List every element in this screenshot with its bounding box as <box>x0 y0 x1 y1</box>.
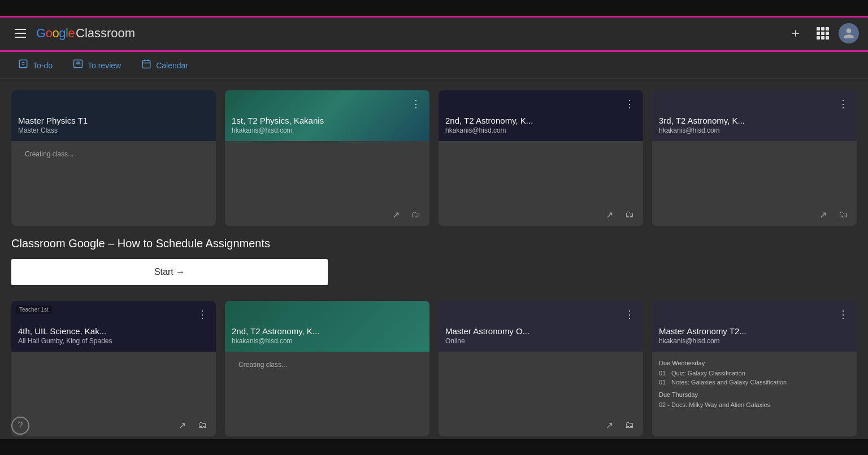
card-teacher-label: Teacher 1st <box>16 305 52 314</box>
card-header-master-astronomy-online: ⋮ Master Astronomy O... Online <box>439 301 643 352</box>
card-header-master-physics: Master Physics T1 Master Class <box>11 90 216 141</box>
card-footer: ↗ 🗂 <box>652 203 857 226</box>
trend-icon[interactable]: ↗ <box>600 416 618 434</box>
class-card-master-physics[interactable]: Master Physics T1 Master Class Creating … <box>11 90 216 226</box>
creating-status: Creating class... <box>232 356 423 373</box>
card-menu-button[interactable]: ⋮ <box>834 305 852 323</box>
class-grid-row1: Master Physics T1 Master Class Creating … <box>11 90 857 226</box>
card-header-1st-physics: ⋮ 1st, T2 Physics, Kakanis hkakanis@hisd… <box>225 90 429 141</box>
main-content: Master Physics T1 Master Class Creating … <box>0 79 868 455</box>
class-card-2nd-astronomy[interactable]: ⋮ 2nd, T2 Astronomy, K... hkakanis@hisd.… <box>439 90 643 226</box>
card-menu-button[interactable]: ⋮ <box>620 305 639 323</box>
tutorial-title: Classroom Google – How to Schedule Assig… <box>11 237 270 250</box>
card-header-2nd-astronomy: ⋮ 2nd, T2 Astronomy, K... hkakanis@hisd.… <box>439 90 643 141</box>
folder-icon[interactable]: 🗂 <box>834 205 852 224</box>
due-item-1: 01 - Quiz: Galaxy Classification <box>659 369 850 378</box>
class-card-master-astronomy-t2[interactable]: ⋮ Master Astronomy T2... hkakanis@hisd.c… <box>652 301 857 436</box>
card-footer: ↗ 🗂 <box>225 203 429 226</box>
card-body <box>439 352 643 414</box>
folder-icon[interactable]: 🗂 <box>620 205 639 224</box>
help-icon: ? <box>18 421 23 431</box>
card-footer: ↗ 🗂 <box>11 414 216 436</box>
card-footer <box>11 221 216 226</box>
tab-calendar[interactable]: Calendar <box>132 54 197 76</box>
card-email: hkakanis@hisd.com <box>659 337 850 345</box>
card-title: 2nd, T2 Astronomy, K... <box>232 326 406 336</box>
card-body: Due Wednesday 01 - Quiz: Galaxy Classifi… <box>652 352 857 436</box>
card-title: 2nd, T2 Astronomy, K... <box>445 116 619 125</box>
app-logo: Google Classroom <box>36 26 135 41</box>
card-body: Creating class... <box>225 352 429 432</box>
due-thursday-section: Due Thursday 02 - Docs: Milky Way and Al… <box>659 391 850 409</box>
to-review-icon <box>73 59 83 72</box>
card-header-4th-uil: Teacher 1st ⋮ 4th, UIL Science, Kak... A… <box>11 301 216 352</box>
class-card-master-astronomy-online[interactable]: ⋮ Master Astronomy O... Online ↗ 🗂 <box>439 301 643 436</box>
header-actions <box>784 22 859 45</box>
svg-rect-8 <box>142 60 150 68</box>
card-email: hkakanis@hisd.com <box>232 337 423 345</box>
card-title: Master Astronomy O... <box>445 326 619 336</box>
card-menu-button[interactable]: ⋮ <box>193 305 211 323</box>
trend-icon[interactable]: ↗ <box>387 205 405 224</box>
trend-icon[interactable]: ↗ <box>600 205 618 224</box>
due-wednesday-section: Due Wednesday 01 - Quiz: Galaxy Classifi… <box>659 360 850 387</box>
card-body <box>439 141 643 203</box>
google-logo-text: Google <box>36 26 75 41</box>
card-title: 3rd, T2 Astronomy, K... <box>659 116 833 125</box>
due-item-2: 01 - Notes: Galaxies and Galaxy Classifi… <box>659 378 850 387</box>
card-email: hkakanis@hisd.com <box>232 126 423 134</box>
user-avatar[interactable] <box>839 23 859 43</box>
tab-todo[interactable]: To-do <box>9 54 62 76</box>
trend-icon[interactable]: ↗ <box>173 416 191 434</box>
hamburger-menu-button[interactable] <box>9 22 32 45</box>
class-grid-row2: Teacher 1st ⋮ 4th, UIL Science, Kak... A… <box>11 301 857 436</box>
card-title: Master Astronomy T2... <box>659 326 833 336</box>
class-card-3rd-astronomy[interactable]: ⋮ 3rd, T2 Astronomy, K... hkakanis@hisd.… <box>652 90 857 226</box>
card-body <box>11 352 216 414</box>
card-footer: ↗ 🗂 <box>439 203 643 226</box>
calendar-icon <box>141 59 151 72</box>
top-bar <box>0 0 868 16</box>
card-menu-button[interactable]: ⋮ <box>834 95 852 113</box>
class-card-4th-uil[interactable]: Teacher 1st ⋮ 4th, UIL Science, Kak... A… <box>11 301 216 436</box>
app-header: Google Classroom <box>0 16 868 52</box>
card-footer: ↗ 🗂 <box>439 414 643 436</box>
trend-icon[interactable]: ↗ <box>814 205 832 224</box>
card-body <box>652 141 857 203</box>
card-header-3rd-astronomy: ⋮ 3rd, T2 Astronomy, K... hkakanis@hisd.… <box>652 90 857 141</box>
card-header-2nd-astro-creating: 2nd, T2 Astronomy, K... hkakanis@hisd.co… <box>225 301 429 352</box>
start-button[interactable]: Start → <box>11 259 328 285</box>
tutorial-section: Classroom Google – How to Schedule Assig… <box>11 235 857 292</box>
card-title: 4th, UIL Science, Kak... <box>18 326 192 336</box>
card-title: 1st, T2 Physics, Kakanis <box>232 116 406 125</box>
nav-tabs: To-do To review Calendar <box>0 52 868 79</box>
bottom-bar <box>0 439 868 455</box>
tab-to-review[interactable]: To review <box>64 54 130 76</box>
due-thursday-header: Due Thursday <box>659 391 850 398</box>
card-email: hkakanis@hisd.com <box>659 126 850 134</box>
tutorial-container: Classroom Google – How to Schedule Assig… <box>11 235 857 292</box>
card-body <box>225 141 429 203</box>
add-create-button[interactable] <box>784 22 807 45</box>
help-button[interactable]: ? <box>11 417 29 435</box>
tab-todo-label: To-do <box>33 61 53 70</box>
card-subtitle: All Hail Gumby, King of Spades <box>18 337 209 345</box>
card-footer <box>225 432 429 436</box>
due-wednesday-header: Due Wednesday <box>659 360 850 366</box>
card-body: Creating class... <box>11 141 216 221</box>
due-item-3: 02 - Docs: Milky Way and Alien Galaxies <box>659 400 850 409</box>
card-header-master-astronomy-t2: ⋮ Master Astronomy T2... hkakanis@hisd.c… <box>652 301 857 352</box>
card-title: Master Physics T1 <box>18 116 192 125</box>
class-card-2nd-astronomy-creating[interactable]: 2nd, T2 Astronomy, K... hkakanis@hisd.co… <box>225 301 429 436</box>
folder-icon[interactable]: 🗂 <box>407 205 425 224</box>
todo-icon <box>18 59 28 72</box>
card-menu-button[interactable]: ⋮ <box>407 95 425 113</box>
card-menu-button[interactable]: ⋮ <box>620 95 639 113</box>
folder-icon[interactable]: 🗂 <box>193 416 211 434</box>
class-card-1st-physics[interactable]: ⋮ 1st, T2 Physics, Kakanis hkakanis@hisd… <box>225 90 429 226</box>
folder-icon[interactable]: 🗂 <box>620 416 639 434</box>
google-apps-button[interactable] <box>811 22 834 45</box>
creating-status: Creating class... <box>18 146 209 163</box>
card-subtitle: Online <box>445 337 636 345</box>
card-email: hkakanis@hisd.com <box>445 126 636 134</box>
